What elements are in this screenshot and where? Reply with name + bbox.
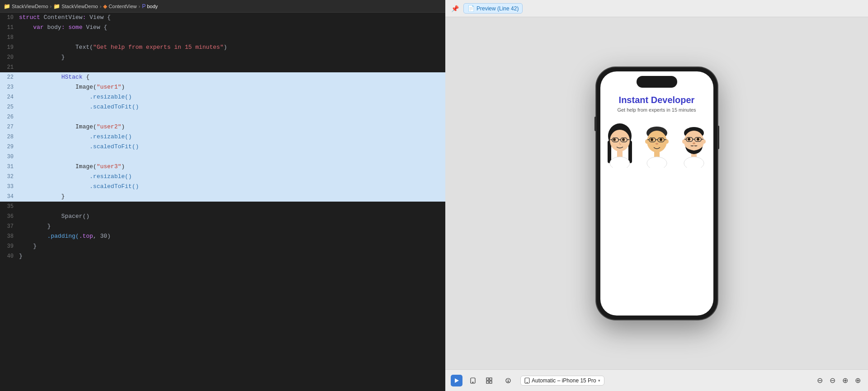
line-number-39: 39: [0, 241, 19, 251]
line-content-25[interactable]: .scaledToFit(): [19, 102, 445, 112]
line-content-10[interactable]: struct ContentView: View {: [19, 13, 445, 23]
code-line-40: 40}: [0, 251, 445, 261]
svg-point-26: [656, 143, 658, 145]
line-content-34[interactable]: }: [19, 192, 445, 202]
line-number-36: 36: [0, 212, 19, 221]
code-line-18: 18: [0, 33, 445, 42]
line-content-40[interactable]: }: [19, 251, 445, 261]
breadcrumb-item-3[interactable]: ◆ ContentView: [103, 3, 137, 9]
breadcrumb-item-4[interactable]: P body: [142, 3, 158, 9]
line-content-32[interactable]: .resizable(): [19, 172, 445, 182]
device-button[interactable]: [467, 375, 479, 386]
line-content-35[interactable]: [19, 202, 445, 212]
line-content-24[interactable]: .resizable(): [19, 92, 445, 102]
line-content-18[interactable]: [19, 33, 445, 42]
line-content-27[interactable]: Image("user2"): [19, 122, 445, 132]
code-line-29: 29 .scaledToFit(): [0, 142, 445, 152]
iphone-screen: Instant Developer Get help from experts …: [600, 71, 713, 316]
line-content-31[interactable]: Image("user3"): [19, 162, 445, 172]
code-line-22: 22 HStack {: [0, 72, 445, 82]
zoom-out-button-2[interactable]: ⊖: [827, 376, 837, 386]
grid-button[interactable]: [483, 375, 495, 386]
svg-point-15: [647, 157, 667, 168]
code-line-36: 36 Spacer(): [0, 212, 445, 221]
zoom-in-button-1[interactable]: ⊕: [840, 376, 850, 386]
code-line-27: 27 Image("user2"): [0, 122, 445, 132]
svg-point-40: [693, 142, 695, 144]
line-number-35: 35: [0, 202, 19, 212]
code-line-25: 25 .scaledToFit(): [0, 102, 445, 112]
line-content-23[interactable]: Image("user1"): [19, 82, 445, 92]
preview-bottom-bar: Automatic – iPhone 15 Pro ▾ ⊖ ⊖ ⊕ ⊕: [445, 369, 868, 391]
svg-point-35: [688, 138, 690, 141]
line-content-38[interactable]: .padding(.top, 30): [19, 231, 445, 241]
code-line-19: 19 Text("Get help from experts in 15 min…: [0, 42, 445, 52]
device-selector[interactable]: Automatic – iPhone 15 Pro ▾: [520, 376, 604, 386]
line-content-36[interactable]: Spacer(): [19, 212, 445, 221]
breadcrumb-item-1[interactable]: 📁 StackViewDemo: [4, 3, 48, 9]
line-number-19: 19: [0, 42, 19, 52]
breadcrumb-item-2[interactable]: 📁 StackViewDemo: [53, 3, 98, 9]
line-number-11: 11: [0, 23, 19, 33]
preview-pane: 📌 📄 Preview (Line 42) Instant Developer …: [445, 0, 868, 391]
chevron-down-icon: ▾: [598, 378, 600, 383]
line-number-34: 34: [0, 192, 19, 202]
line-content-21[interactable]: [19, 62, 445, 72]
svg-rect-45: [490, 378, 492, 380]
pin-icon[interactable]: 📌: [450, 4, 460, 14]
svg-point-9: [622, 138, 625, 141]
line-number-21: 21: [0, 62, 19, 72]
preview-toolbar: 📌 📄 Preview (Line 42): [445, 0, 868, 17]
user1-avatar: [601, 118, 638, 168]
svg-rect-44: [486, 378, 489, 380]
code-line-31: 31 Image("user3"): [0, 162, 445, 172]
line-number-25: 25: [0, 102, 19, 112]
svg-point-32: [702, 139, 706, 144]
svg-point-29: [684, 157, 704, 168]
line-number-40: 40: [0, 251, 19, 261]
svg-point-4: [610, 157, 630, 168]
svg-marker-41: [455, 378, 459, 383]
line-content-28[interactable]: .resizable(): [19, 132, 445, 142]
svg-point-8: [613, 138, 616, 141]
line-number-23: 23: [0, 82, 19, 92]
line-content-20[interactable]: }: [19, 52, 445, 62]
line-content-37[interactable]: }: [19, 221, 445, 231]
user3-avatar: [675, 118, 712, 168]
dynamic-island: [637, 76, 677, 88]
code-line-24: 24 .resizable(): [0, 92, 445, 102]
screen-content: Instant Developer Get help from experts …: [600, 71, 713, 316]
svg-point-22: [660, 138, 662, 141]
svg-point-52: [527, 382, 527, 382]
iphone-frame: Instant Developer Get help from experts …: [596, 67, 718, 320]
svg-point-31: [682, 139, 686, 144]
zoom-in-button-2[interactable]: ⊕: [853, 376, 863, 386]
code-area[interactable]: 10struct ContentView: View {11 var body:…: [0, 13, 445, 391]
line-content-33[interactable]: .scaledToFit(): [19, 182, 445, 192]
inspector-button[interactable]: [502, 375, 514, 386]
play-button[interactable]: [451, 375, 462, 386]
preview-label[interactable]: 📄 Preview (Line 42): [463, 3, 523, 14]
code-line-38: 38 .padding(.top, 30): [0, 231, 445, 241]
line-number-10: 10: [0, 13, 19, 23]
device-area: Instant Developer Get help from experts …: [445, 17, 868, 369]
line-number-33: 33: [0, 182, 19, 192]
device-selector-label: Automatic – iPhone 15 Pro: [532, 377, 596, 384]
line-content-11[interactable]: var body: some View {: [19, 23, 445, 33]
line-number-31: 31: [0, 162, 19, 172]
app-title: Instant Developer: [619, 95, 695, 105]
zoom-out-button-1[interactable]: ⊖: [815, 376, 825, 386]
line-content-22[interactable]: HStack {: [19, 72, 445, 82]
editor-pane: 📁 StackViewDemo › 📁 StackViewDemo › ◆ Co…: [0, 0, 445, 391]
svg-rect-47: [490, 381, 492, 383]
code-line-37: 37 }: [0, 221, 445, 231]
svg-point-50: [508, 381, 509, 382]
line-content-29[interactable]: .scaledToFit(): [19, 142, 445, 152]
line-content-19[interactable]: Text("Get help from experts in 15 minute…: [19, 42, 445, 52]
breadcrumb-sep-1: ›: [50, 4, 52, 9]
svg-point-36: [697, 138, 699, 141]
line-content-26[interactable]: [19, 112, 445, 122]
line-content-30[interactable]: [19, 152, 445, 162]
code-line-10: 10struct ContentView: View {: [0, 13, 445, 23]
line-content-39[interactable]: }: [19, 241, 445, 251]
